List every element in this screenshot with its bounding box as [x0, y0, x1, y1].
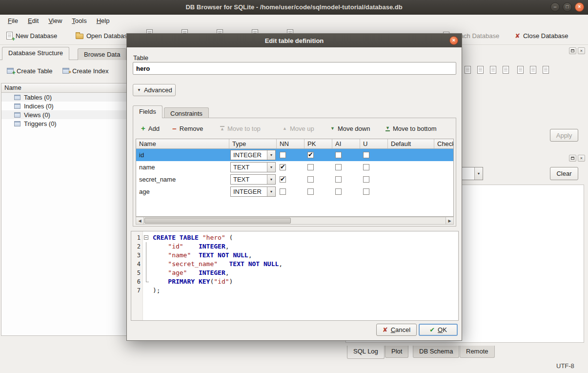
column-header-default[interactable]: Default	[388, 139, 434, 148]
scrollbar-thumb[interactable]	[144, 218, 291, 224]
scroll-right-icon[interactable]: ▶	[446, 217, 453, 224]
open-database-button[interactable]: Open Database	[73, 29, 133, 42]
ai-checkbox[interactable]	[335, 176, 342, 183]
column-header-pk[interactable]: PK	[304, 139, 332, 148]
close-icon[interactable]: ×	[575, 2, 584, 12]
field-name-cell[interactable]: secret_name	[136, 173, 229, 186]
create-index-button[interactable]: Create Index	[60, 64, 111, 77]
edit-cell-toolbar-icon[interactable]	[475, 65, 485, 75]
remove-field-button[interactable]: − Remove	[170, 123, 205, 134]
maximize-icon[interactable]: □	[563, 2, 572, 12]
add-field-button[interactable]: + Add	[139, 123, 162, 134]
new-database-button[interactable]: New Database	[4, 29, 60, 42]
add-label: Add	[148, 125, 160, 132]
grid-horizontal-scrollbar[interactable]: ◀ ▶	[136, 217, 454, 225]
move-to-top-button[interactable]: ▲ Move to top	[218, 123, 263, 134]
dialog-title: Edit table definition	[265, 37, 324, 44]
menu-help[interactable]: Help	[92, 16, 115, 25]
nn-checkbox[interactable]	[280, 152, 286, 158]
pk-checkbox[interactable]	[307, 164, 314, 170]
ai-checkbox[interactable]	[335, 188, 342, 195]
u-checkbox[interactable]	[363, 188, 369, 195]
check-cell[interactable]	[434, 186, 454, 198]
default-cell[interactable]	[388, 149, 434, 161]
field-name-cell[interactable]: age	[136, 186, 229, 198]
edit-cell-toolbar-icon[interactable]	[463, 65, 472, 75]
column-header-ai[interactable]: AI	[332, 139, 360, 148]
field-name-cell[interactable]: id	[136, 149, 229, 161]
edit-cell-toolbar-icon[interactable]	[528, 65, 538, 75]
move-to-bottom-button[interactable]: ▼ Move to bottom	[384, 123, 439, 134]
minimize-icon[interactable]: –	[550, 2, 560, 12]
tab-db-schema[interactable]: DB Schema	[413, 346, 459, 358]
field-row[interactable]: id INTEGER ▼	[136, 149, 453, 161]
column-header-name[interactable]: Name	[136, 139, 229, 148]
apply-button[interactable]: Apply	[550, 129, 578, 142]
ok-button[interactable]: ✔ OK	[419, 324, 458, 336]
cancel-button[interactable]: ✘ Cancel	[376, 324, 417, 336]
tab-browse-data[interactable]: Browse Data	[78, 48, 126, 60]
u-checkbox[interactable]	[363, 176, 369, 183]
check-cell[interactable]	[434, 161, 454, 173]
check-cell[interactable]	[434, 149, 454, 161]
column-header-u[interactable]: U	[360, 139, 388, 148]
column-header-check[interactable]: Check	[434, 139, 454, 148]
pk-checkbox[interactable]	[307, 188, 314, 195]
table-name-input[interactable]	[133, 62, 456, 75]
dock-float-icon[interactable]	[569, 47, 576, 54]
u-checkbox[interactable]	[363, 152, 369, 158]
menu-file[interactable]: File	[3, 16, 23, 25]
clear-button[interactable]: Clear	[550, 167, 578, 180]
nn-checkbox[interactable]	[280, 176, 286, 183]
field-row[interactable]: age INTEGER ▼	[136, 186, 453, 198]
u-checkbox[interactable]	[363, 164, 369, 170]
dialog-close-icon[interactable]: ×	[449, 36, 458, 45]
field-name-cell[interactable]: name	[136, 161, 229, 173]
menu-edit[interactable]: Edit	[23, 16, 43, 25]
open-database-icon	[76, 34, 83, 39]
field-type-combobox[interactable]: INTEGER ▼	[230, 186, 276, 197]
move-up-button[interactable]: ▲ Move up	[281, 123, 316, 134]
ai-checkbox[interactable]	[335, 164, 342, 170]
dock-close-icon[interactable]: ×	[578, 155, 585, 162]
edit-cell-toolbar-icon[interactable]	[501, 65, 510, 75]
sql-code-lines: CREATE TABLE "hero" ( "id" INTEGER, "nam…	[150, 231, 458, 320]
check-cell[interactable]	[434, 173, 454, 186]
column-header-nn[interactable]: NN	[277, 139, 304, 148]
sql-preview-editor[interactable]: 1234567 − CREATE TABLE "hero" ( "id" INT…	[131, 231, 459, 321]
close-database-button[interactable]: ✘ Close Database	[512, 29, 570, 42]
document-icon	[465, 66, 471, 74]
advanced-button[interactable]: ▼ Advanced	[133, 84, 176, 96]
menu-view[interactable]: View	[43, 16, 67, 25]
field-type-combobox[interactable]: TEXT ▼	[230, 174, 276, 185]
field-type-combobox[interactable]: INTEGER ▼	[230, 150, 276, 160]
tab-remote[interactable]: Remote	[460, 346, 495, 358]
default-cell[interactable]	[388, 161, 434, 173]
nn-checkbox[interactable]	[280, 164, 286, 170]
dock-close-icon[interactable]: ×	[578, 47, 585, 54]
tab-sql-log[interactable]: SQL Log	[347, 346, 385, 359]
nn-checkbox[interactable]	[280, 188, 286, 195]
move-down-button[interactable]: ▼ Move down	[328, 123, 372, 134]
default-cell[interactable]	[388, 173, 434, 186]
edit-cell-toolbar-icon[interactable]	[515, 65, 525, 75]
create-table-button[interactable]: Create Table	[4, 64, 55, 77]
tab-plot[interactable]: Plot	[385, 346, 408, 358]
column-header-type[interactable]: Type	[229, 139, 277, 148]
menu-tools[interactable]: Tools	[67, 16, 91, 25]
edit-cell-toolbar-icon[interactable]	[488, 65, 498, 75]
tab-database-structure[interactable]: Database Structure	[2, 47, 69, 60]
ai-checkbox[interactable]	[335, 152, 342, 158]
dock-float-icon[interactable]	[569, 155, 576, 162]
field-row[interactable]: secret_name TEXT ▼	[136, 173, 453, 186]
pk-checkbox[interactable]	[307, 176, 314, 183]
tab-fields[interactable]: Fields	[133, 105, 162, 118]
default-cell[interactable]	[388, 186, 434, 198]
field-type-combobox[interactable]: TEXT ▼	[230, 162, 276, 172]
edit-cell-toolbar-icon[interactable]	[541, 65, 550, 75]
pk-checkbox[interactable]	[307, 152, 314, 158]
field-row[interactable]: name TEXT ▼	[136, 161, 453, 173]
tab-constraints[interactable]: Constraints	[164, 107, 209, 118]
sql-fold-column[interactable]: −	[143, 231, 150, 320]
scroll-left-icon[interactable]: ◀	[136, 217, 144, 224]
